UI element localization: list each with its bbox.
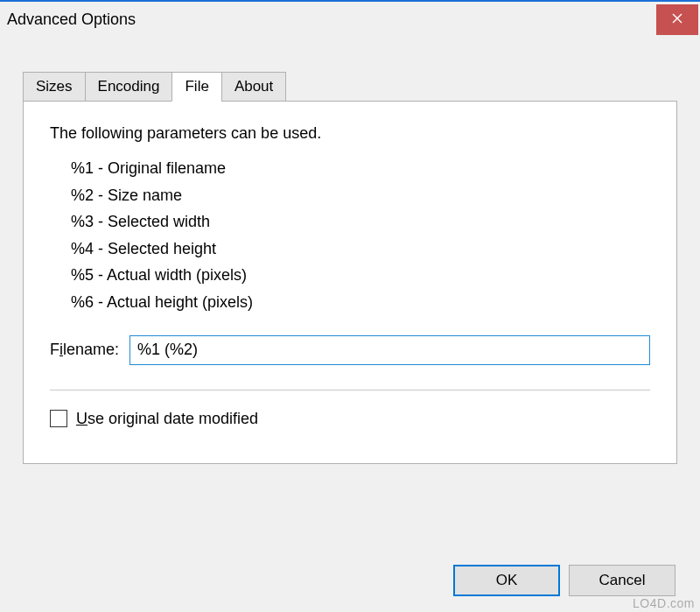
cancel-button[interactable]: Cancel — [569, 565, 676, 596]
window: Advanced Options Sizes Encoding File Abo… — [0, 0, 700, 612]
param-item: %3 - Selected width — [71, 208, 650, 236]
label-part: F — [50, 341, 60, 358]
label-accel: U — [76, 410, 88, 427]
param-list: %1 - Original filename %2 - Size name %3… — [71, 155, 650, 316]
ok-button[interactable]: OK — [453, 565, 560, 596]
window-title: Advanced Options — [7, 11, 136, 29]
param-item: %6 - Actual height (pixels) — [71, 289, 650, 316]
use-original-date-label: Use original date modified — [76, 410, 258, 428]
use-original-date-row: Use original date modified — [50, 410, 650, 428]
intro-text: The following parameters can be used. — [50, 124, 650, 143]
tab-file[interactable]: File — [172, 72, 221, 102]
divider — [50, 390, 650, 390]
tab-encoding[interactable]: Encoding — [85, 72, 173, 102]
use-original-date-checkbox[interactable] — [50, 410, 67, 427]
close-button[interactable] — [656, 4, 698, 35]
param-item: %4 - Selected height — [71, 236, 650, 263]
filename-label: Filename: — [50, 341, 119, 359]
param-item: %5 - Actual width (pixels) — [71, 262, 650, 289]
tab-sizes[interactable]: Sizes — [23, 72, 86, 102]
tabstrip: Sizes Encoding File About — [23, 72, 677, 102]
param-item: %1 - Original filename — [71, 155, 650, 182]
watermark: LO4D.com — [633, 596, 695, 610]
tab-about[interactable]: About — [221, 72, 286, 102]
dialog-buttons: OK Cancel — [453, 565, 676, 596]
titlebar[interactable]: Advanced Options — [0, 2, 700, 37]
tab-container: Sizes Encoding File About The following … — [23, 72, 677, 464]
tab-panel-file: The following parameters can be used. %1… — [23, 101, 677, 464]
close-icon — [672, 12, 682, 26]
filename-row: Filename: — [50, 335, 650, 365]
filename-input[interactable] — [130, 335, 650, 365]
label-part: lename: — [63, 341, 119, 358]
label-part: se original date modified — [88, 410, 258, 427]
param-item: %2 - Size name — [71, 182, 650, 209]
